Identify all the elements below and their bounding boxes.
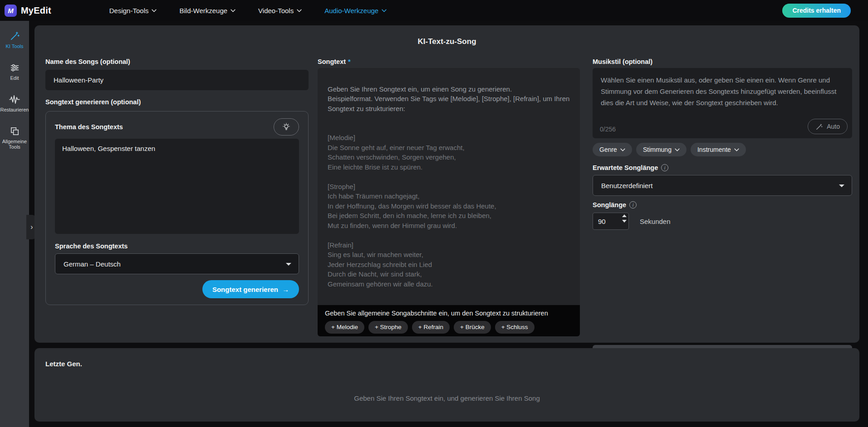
required-asterisk: * — [348, 58, 351, 65]
waveform-icon — [9, 94, 20, 105]
lyrics-generator-heading: Songtext generieren (optional) — [45, 98, 309, 106]
section-tag-row: + Melodie + Strophe + Refrain + Brücke +… — [325, 321, 573, 334]
idea-suggestion-button[interactable] — [274, 118, 299, 136]
stepper-up-icon[interactable] — [622, 214, 627, 217]
language-select[interactable]: German – Deutsch — [55, 253, 299, 274]
music-style-input[interactable]: Wählen Sie einen Musikstil aus, oder geb… — [593, 68, 852, 138]
nav-audio-werkzeuge[interactable]: Audio-Werkzeuge — [324, 7, 387, 15]
songtext-column: Songtext* Geben Sie Ihren Songtext ein, … — [318, 58, 580, 336]
songtext-label: Songtext* — [318, 58, 580, 65]
main-menu: Design-Tools Bild-Werkzeuge Video-Tools … — [109, 7, 387, 15]
magic-wand-icon — [10, 31, 20, 41]
nav-design-tools[interactable]: Design-Tools — [109, 7, 157, 15]
chevron-down-icon — [620, 148, 625, 151]
music-style-heading: Musikstil (optional) — [593, 58, 852, 65]
music-style-column: Musikstil (optional) Wählen Sie einen Mu… — [593, 58, 852, 323]
overlapping-squares-icon — [10, 126, 20, 136]
music-style-placeholder: Wählen Sie einen Musikstil aus, oder geb… — [601, 74, 844, 108]
add-schluss-tag-button[interactable]: + Schluss — [495, 321, 535, 334]
instrumente-label: Instrumente — [697, 146, 731, 153]
duration-stepper — [622, 214, 627, 223]
auto-style-button[interactable]: Auto — [808, 119, 848, 134]
generate-lyrics-label: Songtext generieren — [212, 286, 278, 293]
add-melodie-tag-button[interactable]: + Melodie — [325, 321, 364, 334]
sidebar-item-allgemeine-tools[interactable]: Allgemeine Tools — [0, 126, 29, 150]
sidebar-item-restaurieren[interactable]: Restaurieren — [0, 94, 29, 112]
songtext-input[interactable]: Geben Sie Ihren Songtext ein, um einen S… — [318, 68, 580, 305]
add-bruecke-tag-button[interactable]: + Brücke — [454, 321, 491, 334]
chevron-down-icon — [734, 148, 739, 151]
sidebar-item-ki-tools[interactable]: KI Tools — [0, 31, 29, 49]
chevron-down-icon — [675, 148, 680, 151]
instrumente-dropdown[interactable]: Instrumente — [691, 143, 746, 156]
dropdown-caret-icon — [286, 263, 291, 266]
expected-length-value: Benutzerdefiniert — [601, 182, 652, 189]
songtext-structure-footer: Geben Sie allgemeine Songabschnitte ein,… — [318, 305, 580, 337]
dropdown-caret-icon — [839, 184, 844, 187]
add-refrain-tag-button[interactable]: + Refrain — [412, 321, 450, 334]
stepper-down-icon[interactable] — [622, 220, 627, 223]
sidebar-item-label: Restaurieren — [0, 107, 29, 112]
char-counter: 0/256 — [600, 126, 616, 133]
nav-label: Video-Tools — [258, 7, 294, 15]
add-strophe-tag-button[interactable]: + Strophe — [368, 321, 408, 334]
brand-name: MyEdit — [21, 5, 51, 16]
app-window: M MyEdit Design-Tools Bild-Werkzeuge Vid… — [0, 0, 868, 427]
recent-generations-panel: Letzte Gen. Geben Sie Ihren Songtext ein… — [34, 348, 859, 422]
generate-lyrics-button[interactable]: Songtext generieren → — [202, 280, 299, 298]
myedit-logo-icon: M — [5, 5, 17, 17]
expected-length-label: Erwartete Songlänge — [593, 164, 658, 171]
stimmung-label: Stimmung — [643, 146, 672, 153]
lightbulb-icon — [282, 122, 291, 131]
nav-label: Audio-Werkzeuge — [324, 7, 378, 15]
nav-bild-werkzeuge[interactable]: Bild-Werkzeuge — [179, 7, 235, 15]
page-title: KI-Text-zu-Song — [34, 37, 859, 46]
recent-empty-message: Geben Sie Ihren Songtext ein, und generi… — [34, 394, 859, 402]
main-panel: KI-Text-zu-Song Name des Songs (optional… — [34, 25, 859, 343]
brand[interactable]: M MyEdit — [5, 5, 51, 17]
sidebar-item-label: Allgemeine Tools — [0, 139, 29, 150]
theme-textarea[interactable]: Halloween, Gespenster tanzen — [55, 139, 299, 234]
songtext-placeholder-intro: Geben Sie Ihren Songtext ein, um einen S… — [328, 84, 570, 114]
chevron-down-icon — [297, 9, 302, 12]
lyrics-generator-card: Thema des Songtexts Halloween, Gespenste… — [45, 111, 309, 305]
genre-label: Genre — [599, 146, 617, 153]
nav-label: Design-Tools — [109, 7, 149, 15]
left-sidebar: KI Tools Edit Restaurieren Allgemeine To… — [0, 21, 29, 427]
sidebar-item-label: Edit — [10, 75, 19, 81]
duration-row: Sekunden — [593, 213, 852, 230]
arrow-right-icon: → — [282, 286, 289, 293]
sliders-icon — [10, 63, 20, 73]
sidebar-item-edit[interactable]: Edit — [0, 63, 29, 81]
sidebar-item-label: KI Tools — [6, 44, 24, 49]
theme-label: Thema des Songtexts — [55, 123, 123, 131]
stimmung-dropdown[interactable]: Stimmung — [636, 143, 687, 156]
info-icon[interactable]: i — [661, 164, 668, 171]
expected-length-select[interactable]: Benutzerdefiniert — [593, 175, 852, 196]
songtext-label-text: Songtext — [318, 58, 346, 65]
credits-erhalten-button[interactable]: Credits erhalten — [782, 4, 851, 18]
magic-wand-icon — [815, 123, 823, 131]
nav-label: Bild-Werkzeuge — [179, 7, 227, 15]
recent-heading: Letzte Gen. — [45, 360, 82, 368]
nav-video-tools[interactable]: Video-Tools — [258, 7, 302, 15]
style-filter-row: Genre Stimmung Instrumente — [593, 143, 852, 156]
duration-label: Songlänge — [593, 201, 626, 209]
song-setup-column: Name des Songs (optional) Songtext gener… — [45, 58, 309, 305]
chevron-down-icon — [230, 9, 235, 12]
language-select-value: German – Deutsch — [64, 260, 121, 268]
chevron-down-icon — [382, 9, 387, 12]
song-name-input[interactable] — [45, 70, 309, 90]
songtext-editor: Geben Sie Ihren Songtext ein, um einen S… — [318, 68, 580, 336]
song-name-label: Name des Songs (optional) — [45, 58, 309, 65]
chevron-down-icon — [152, 9, 157, 12]
auto-button-label: Auto — [827, 123, 840, 130]
genre-dropdown[interactable]: Genre — [593, 143, 632, 156]
info-icon[interactable]: i — [629, 201, 637, 209]
duration-unit: Sekunden — [640, 218, 671, 225]
structure-hint: Geben Sie allgemeine Songabschnitte ein,… — [325, 310, 573, 317]
language-label: Sprache des Songtexts — [55, 243, 299, 250]
top-navbar: M MyEdit Design-Tools Bild-Werkzeuge Vid… — [0, 0, 868, 21]
songtext-placeholder-example: [Melodie] Die Sonne geht auf, einer neue… — [328, 133, 570, 289]
